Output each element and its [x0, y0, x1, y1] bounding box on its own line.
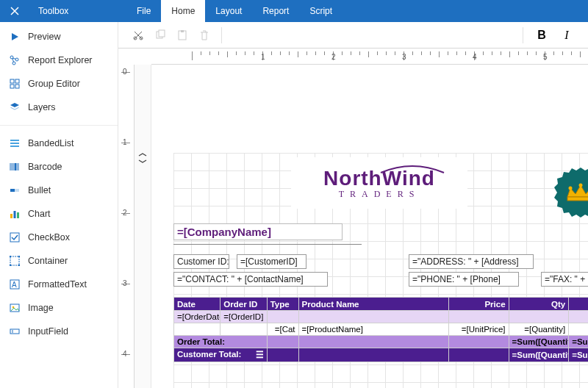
cell[interactable] — [298, 348, 448, 362]
paste-button[interactable] — [176, 29, 189, 42]
sidebar-item-label: Chart — [28, 209, 51, 219]
tool-image[interactable]: Image — [0, 296, 118, 320]
svg-rect-16 — [10, 256, 19, 265]
cell[interactable]: =Sum([Quantity]) — [509, 336, 569, 348]
cell[interactable] — [267, 336, 298, 348]
cell[interactable] — [448, 311, 509, 323]
cut-button[interactable] — [132, 29, 145, 42]
cell[interactable]: =[OrderID] — [220, 311, 267, 323]
seal-badge[interactable] — [554, 166, 588, 219]
barcode-icon — [9, 161, 21, 173]
svg-rect-29 — [159, 30, 165, 37]
sidebar-item-label: Container — [28, 256, 68, 266]
phone-field[interactable]: ="PHONE: " + [Phone] — [409, 272, 519, 287]
col-orderid[interactable]: Order ID — [220, 298, 267, 311]
customer-total-row[interactable]: Customer Total: ☰ =Sum([Quantity]) =Sum(… — [174, 348, 589, 362]
col-price[interactable]: Price — [448, 298, 509, 311]
fax-field[interactable]: ="FAX: " + [Fax] — [541, 272, 588, 287]
cell[interactable]: =[Total] — [569, 323, 588, 336]
col-total[interactable]: Total — [569, 298, 588, 311]
bold-button[interactable]: B — [534, 29, 550, 42]
sidebar-item-label: Group Editor — [28, 79, 80, 89]
inputfield-icon — [9, 326, 21, 337]
contact-field[interactable]: ="CONTACT: " + [ContactName] — [173, 272, 328, 287]
group-header-row[interactable]: =[OrderDate] =[OrderID] — [174, 311, 589, 323]
delete-button[interactable] — [198, 29, 211, 42]
sidebar-item-label: InputField — [28, 326, 68, 337]
svg-rect-14 — [17, 212, 19, 218]
cell[interactable] — [298, 311, 448, 323]
svg-rect-9 — [10, 146, 19, 147]
tool-bullet[interactable]: Bullet — [0, 179, 118, 202]
svg-rect-3 — [10, 79, 14, 83]
cell[interactable] — [267, 348, 298, 362]
copy-icon — [154, 29, 166, 41]
checkbox-icon — [9, 231, 21, 243]
cell[interactable]: =[Quantity] — [509, 323, 569, 336]
italic-button[interactable]: I — [559, 29, 575, 42]
menu-layout[interactable]: Layout — [205, 0, 252, 22]
cell[interactable] — [448, 336, 509, 348]
svg-rect-17 — [10, 256, 11, 257]
close-icon — [10, 7, 19, 15]
sidebar-item-report-explorer[interactable]: Report Explorer — [0, 48, 118, 72]
tool-bandedlist[interactable]: BandedList — [0, 132, 118, 155]
col-product[interactable]: Product Name — [298, 298, 448, 311]
tool-container[interactable]: Container — [0, 249, 118, 273]
underline — [173, 244, 362, 245]
tool-barcode[interactable]: Barcode — [0, 155, 118, 179]
tool-formattedtext[interactable]: A FormattedText — [0, 273, 118, 296]
customer-id-field[interactable]: =[CustomerID] — [237, 254, 306, 269]
customer-total-label: Customer Total: — [177, 350, 241, 359]
sidebar-item-layers[interactable]: Layers — [0, 96, 118, 119]
ruler-horizontal[interactable]: 12345 — [151, 48, 588, 65]
cell[interactable]: =Sum([Total]) — [569, 348, 588, 362]
svg-point-33 — [579, 184, 583, 187]
cell[interactable]: =[ProductName] — [298, 323, 448, 336]
customer-id-label[interactable]: Customer ID: — [173, 254, 229, 269]
menu-report[interactable]: Report — [252, 0, 299, 22]
tree-icon — [9, 54, 21, 66]
col-date[interactable]: Date — [174, 298, 220, 311]
address-field[interactable]: ="ADDRESS: " + [Address] — [409, 254, 534, 269]
cell[interactable]: =Sum([Quantity]) — [509, 348, 569, 362]
company-name-field[interactable]: =[CompanyName] — [173, 223, 343, 240]
ruler-vertical[interactable]: 01234 — [118, 65, 135, 388]
cell[interactable] — [267, 311, 298, 323]
cell[interactable]: =[UnitPrice] — [448, 323, 509, 336]
cell[interactable]: =[OrderDate] — [174, 311, 220, 323]
tool-checkbox[interactable]: CheckBox — [0, 226, 118, 249]
table-header-row[interactable]: Date Order ID Type Product Name Price Qt… — [174, 298, 589, 311]
bullet-icon — [9, 184, 21, 196]
cell[interactable] — [448, 348, 509, 362]
cell[interactable] — [174, 323, 220, 336]
close-button[interactable] — [0, 0, 29, 22]
cell[interactable]: =Sum([Total]) — [569, 336, 588, 348]
cell[interactable]: Customer Total: ☰ — [174, 348, 268, 362]
cell[interactable] — [509, 311, 569, 323]
col-qty[interactable]: Qty — [509, 298, 569, 311]
tool-inputfield[interactable]: InputField — [0, 320, 118, 343]
sidebar-item-preview[interactable]: Preview — [0, 25, 118, 48]
col-type[interactable]: Type — [267, 298, 298, 311]
chart-icon — [9, 208, 21, 220]
sidebar-item-label: Report Explorer — [28, 55, 93, 65]
cell[interactable] — [569, 311, 588, 323]
cell[interactable]: =[Cat — [267, 323, 298, 336]
menu-file[interactable]: File — [126, 0, 161, 22]
menu-script[interactable]: Script — [299, 0, 343, 22]
sidebar-item-group-editor[interactable]: Group Editor — [0, 72, 118, 96]
detail-table[interactable]: Date Order ID Type Product Name Price Qt… — [173, 297, 588, 362]
tool-chart[interactable]: Chart — [0, 202, 118, 226]
order-total-row[interactable]: Order Total: =Sum([Quantity]) =Sum([Tota… — [174, 336, 589, 348]
cell[interactable]: Order Total: — [174, 336, 268, 348]
cell[interactable] — [220, 323, 267, 336]
design-canvas[interactable]: NorthWind TRADERS — [151, 65, 588, 388]
copy-button[interactable] — [154, 29, 167, 42]
menu-home[interactable]: Home — [161, 0, 205, 22]
detail-row[interactable]: =[Cat =[ProductName] =[UnitPrice] =[Quan… — [174, 323, 589, 336]
logo[interactable]: NorthWind TRADERS — [291, 157, 467, 209]
band-handle[interactable] — [137, 153, 148, 163]
cell[interactable] — [298, 336, 448, 348]
ribbon-sep — [221, 27, 222, 43]
